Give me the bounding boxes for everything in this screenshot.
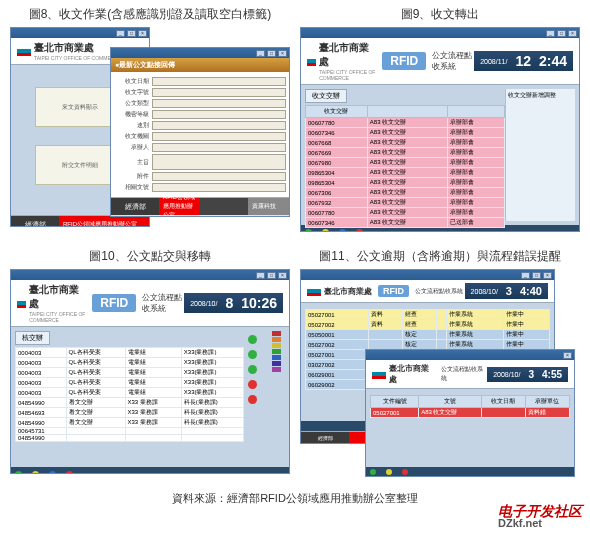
system-title: 公文流程點收系統 xyxy=(415,287,463,296)
footer-left-text: RFID公領域應用推動辦公室 xyxy=(59,216,149,227)
table-row[interactable]: 00607346A83 收文交辦承辦部會 xyxy=(306,128,505,138)
max-button[interactable]: □ xyxy=(557,30,566,37)
table-row[interactable]: 05027001資料經查作業系統作業中 xyxy=(306,310,550,320)
footer-left-label: 經濟部 xyxy=(301,432,349,443)
max-button[interactable]: □ xyxy=(532,272,541,279)
system-title: 公文流程點收系統 xyxy=(441,365,487,383)
field-label: 主旨 xyxy=(114,158,152,167)
fig11-screenshot: _ □ × 臺北市商業處 RFID 公文流程點收系統 2008/10/3 4:4… xyxy=(300,269,580,479)
fig8-form-title: ●最新公文點接回傳 xyxy=(111,58,289,72)
table-row[interactable]: 05027002資料經查作業系統作業中 xyxy=(306,320,550,330)
system-title: 公文流程點收系統 xyxy=(432,50,474,72)
table-row[interactable]: 00607780A83 收文交辦承辦部會 xyxy=(306,208,505,218)
field-input[interactable] xyxy=(152,154,286,170)
date-display: 2008/10/3 4:55 xyxy=(487,367,568,382)
close-button[interactable]: × xyxy=(543,272,552,279)
org-name: 臺北市商業處 xyxy=(34,41,121,55)
min-button[interactable]: _ xyxy=(546,30,555,37)
field-input[interactable] xyxy=(152,77,286,86)
close-button[interactable]: × xyxy=(138,30,147,37)
field-label: 承辦人 xyxy=(114,143,152,152)
status-dot-yellow xyxy=(322,229,329,233)
status-dot-red xyxy=(248,395,257,404)
field-input[interactable] xyxy=(152,88,286,97)
table-row[interactable]: 0067306A83 收文交辦承辦部會 xyxy=(306,188,505,198)
tab-approve[interactable]: 核交辦 xyxy=(15,331,50,345)
table-row[interactable]: 00607780A83 收文交辦承辦部會 xyxy=(306,118,505,128)
table-row[interactable]: 04854990 xyxy=(16,435,244,442)
org-seal-icon xyxy=(17,298,26,308)
system-title: 公文流程點收系統 xyxy=(142,292,184,314)
min-button[interactable]: _ xyxy=(521,272,530,279)
site-watermark: 电子开发社区 DZkf.net xyxy=(498,504,582,529)
table-row[interactable]: 09865304A83 收文交辦承辦部會 xyxy=(306,168,505,178)
table-row[interactable]: 0067980A83 收文交辦承辦部會 xyxy=(306,158,505,168)
org-name: 臺北市商業處 xyxy=(319,41,376,69)
field-label: 相關文號 xyxy=(114,183,152,192)
min-button[interactable]: _ xyxy=(256,272,265,279)
field-input[interactable] xyxy=(152,121,286,130)
min-button[interactable]: _ xyxy=(256,50,265,57)
footer-left-label: 經濟部 xyxy=(11,216,59,227)
field-input[interactable] xyxy=(152,99,286,108)
field-label: 附件 xyxy=(114,172,152,181)
org-sub: TAIPEI CITY OFFICE OF COMMERCE xyxy=(34,55,121,61)
status-dot-green xyxy=(248,335,257,344)
field-input[interactable] xyxy=(152,143,286,152)
max-button[interactable]: □ xyxy=(267,272,276,279)
status-dot-red xyxy=(66,471,73,475)
color-legend xyxy=(272,331,281,463)
max-button[interactable]: □ xyxy=(127,30,136,37)
table-row[interactable]: 00607346A83 收文交辦已送部會 xyxy=(306,218,505,228)
close-button[interactable]: × xyxy=(278,50,287,57)
status-dot-yellow xyxy=(32,471,39,475)
close-button[interactable]: × xyxy=(568,30,577,37)
table-row[interactable]: 05027002核定作業系統作業中 xyxy=(306,340,550,350)
status-dot-red xyxy=(356,229,363,233)
fig11-label: 圖11、公文逾期（含將逾期）與流程錯誤提醒 xyxy=(300,248,580,265)
table-row[interactable]: 09865304A83 收文交辦承辦部會 xyxy=(306,178,505,188)
org-seal-icon xyxy=(307,286,321,296)
close-button[interactable]: × xyxy=(563,352,572,359)
table-row[interactable]: 04854990看文交辦X33 業務課科長(業務課) xyxy=(16,418,244,428)
org-seal-icon xyxy=(372,369,386,379)
field-label: 速別 xyxy=(114,121,152,130)
field-label: 收文日期 xyxy=(114,77,152,86)
tab-receive[interactable]: 收文交辦 xyxy=(305,89,347,103)
col-header: 文號 xyxy=(419,396,482,408)
status-bar xyxy=(11,467,289,474)
field-label: 收文字號 xyxy=(114,88,152,97)
field-label: 機密等級 xyxy=(114,110,152,119)
table-row[interactable]: 04854990看文交辦X33 業務課科長(業務課) xyxy=(16,398,244,408)
field-label: 收文機關 xyxy=(114,132,152,141)
table-row[interactable]: 0067932A83 收文交辦承辦部會 xyxy=(306,198,505,208)
table-row[interactable]: 0004003QL各科受案電業組X33(業務課) xyxy=(16,368,244,378)
min-button[interactable]: _ xyxy=(116,30,125,37)
field-input[interactable] xyxy=(152,183,286,192)
fig9-legend: 收文交辦新增調整 xyxy=(505,89,575,221)
table-row[interactable]: 0004003QL各科受案電業組X33(業務課) xyxy=(16,348,244,358)
field-input[interactable] xyxy=(152,132,286,141)
status-dot-blue xyxy=(339,229,346,233)
table-row[interactable]: 0004003QL各科受案電業組X33(業務課) xyxy=(16,378,244,388)
close-button[interactable]: × xyxy=(278,272,287,279)
footer-right-text: 資康科技 xyxy=(248,198,289,215)
table-row[interactable]: 04854693看文交辦X33 業務課科長(業務課) xyxy=(16,408,244,418)
status-dot-green xyxy=(15,471,22,475)
table-row[interactable]: 0004003QL各科受案電業組X33(業務課) xyxy=(16,388,244,398)
fig8-screenshot: _ □ × 臺北市商業處 TAIPEI CITY OFFICE OF COMME… xyxy=(10,27,290,232)
table-row[interactable]: 05050001核定作業系統作業中 xyxy=(306,330,550,340)
field-input[interactable] xyxy=(152,110,286,119)
col-header: 收文日期 xyxy=(481,396,525,408)
alert-row[interactable]: 05027001 A83 收文交辦 資料錯 xyxy=(371,408,570,418)
table-row[interactable]: 0067669A83 收文交辦承辦部會 xyxy=(306,148,505,158)
field-input[interactable] xyxy=(152,172,286,181)
max-button[interactable]: □ xyxy=(267,50,276,57)
fig10-label: 圖10、公文點交與移轉 xyxy=(10,248,290,265)
table-row[interactable]: 0004003QL各科受案電業組X33(業務課) xyxy=(16,358,244,368)
table-row[interactable]: 00645731 xyxy=(16,428,244,435)
date-display: 2008/11/12 2:44 xyxy=(474,51,573,71)
table-row[interactable]: 0067668A83 收文交辦承辦部會 xyxy=(306,138,505,148)
date-display: 2008/10/8 10:26 xyxy=(184,293,283,313)
col-header: 承辦單位 xyxy=(525,396,569,408)
